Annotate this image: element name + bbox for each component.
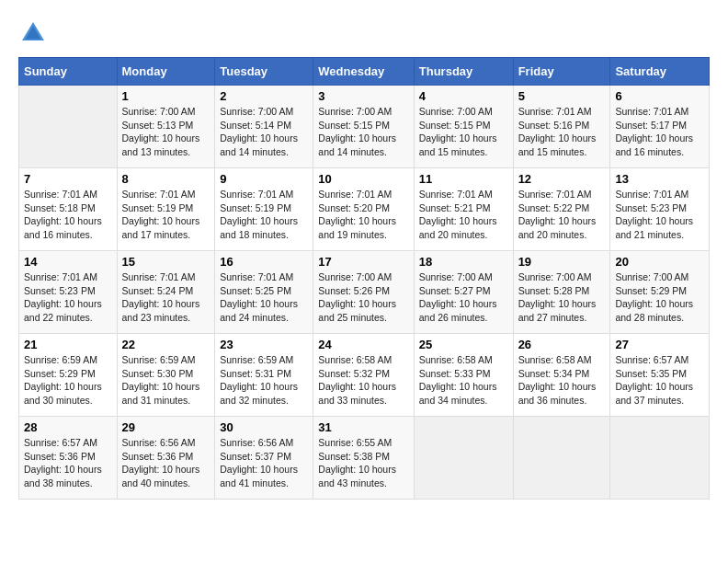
day-info: Sunrise: 7:01 AMSunset: 5:23 PMDaylight:… (24, 271, 102, 323)
day-info: Sunrise: 6:59 AMSunset: 5:30 PMDaylight:… (122, 354, 200, 406)
day-number: 5 (518, 89, 606, 103)
week-row-1: 1Sunrise: 7:00 AMSunset: 5:13 PMDaylight… (19, 86, 710, 168)
day-info: Sunrise: 6:58 AMSunset: 5:33 PMDaylight:… (419, 354, 497, 406)
day-number: 8 (122, 172, 210, 186)
calendar-cell: 16Sunrise: 7:01 AMSunset: 5:25 PMDayligh… (215, 251, 313, 334)
calendar-cell: 19Sunrise: 7:00 AMSunset: 5:28 PMDayligh… (513, 251, 610, 334)
day-info: Sunrise: 6:57 AMSunset: 5:36 PMDaylight:… (24, 437, 102, 488)
header-thursday: Thursday (414, 58, 513, 86)
calendar-cell: 14Sunrise: 7:01 AMSunset: 5:23 PMDayligh… (19, 251, 118, 334)
calendar-cell: 11Sunrise: 7:01 AMSunset: 5:21 PMDayligh… (414, 168, 513, 251)
day-number: 7 (24, 172, 112, 186)
calendar-cell: 27Sunrise: 6:57 AMSunset: 5:35 PMDayligh… (610, 334, 710, 417)
calendar-cell: 6Sunrise: 7:01 AMSunset: 5:17 PMDaylight… (610, 86, 710, 168)
day-info: Sunrise: 6:58 AMSunset: 5:34 PMDaylight:… (518, 354, 597, 406)
calendar-cell: 24Sunrise: 6:58 AMSunset: 5:32 PMDayligh… (313, 334, 414, 417)
day-info: Sunrise: 7:00 AMSunset: 5:28 PMDaylight:… (518, 271, 597, 323)
week-row-4: 21Sunrise: 6:59 AMSunset: 5:29 PMDayligh… (19, 334, 710, 417)
header-tuesday: Tuesday (215, 58, 313, 86)
day-info: Sunrise: 6:58 AMSunset: 5:32 PMDaylight:… (318, 354, 396, 406)
day-number: 16 (220, 255, 308, 269)
day-number: 31 (318, 420, 408, 434)
calendar-cell: 30Sunrise: 6:56 AMSunset: 5:37 PMDayligh… (215, 417, 313, 500)
calendar-cell: 3Sunrise: 7:00 AMSunset: 5:15 PMDaylight… (313, 86, 414, 168)
calendar-cell: 21Sunrise: 6:59 AMSunset: 5:29 PMDayligh… (19, 334, 118, 417)
calendar-cell: 7Sunrise: 7:01 AMSunset: 5:18 PMDaylight… (19, 168, 118, 251)
day-info: Sunrise: 7:01 AMSunset: 5:17 PMDaylight:… (615, 106, 693, 157)
day-info: Sunrise: 7:01 AMSunset: 5:20 PMDaylight:… (318, 189, 396, 240)
day-info: Sunrise: 6:55 AMSunset: 5:38 PMDaylight:… (318, 437, 396, 488)
calendar-table: SundayMondayTuesdayWednesdayThursdayFrid… (18, 57, 710, 500)
calendar-cell: 31Sunrise: 6:55 AMSunset: 5:38 PMDayligh… (313, 417, 414, 500)
calendar-cell: 9Sunrise: 7:01 AMSunset: 5:19 PMDaylight… (215, 168, 313, 251)
week-row-5: 28Sunrise: 6:57 AMSunset: 5:36 PMDayligh… (19, 417, 710, 500)
calendar-cell: 28Sunrise: 6:57 AMSunset: 5:36 PMDayligh… (19, 417, 118, 500)
day-number: 28 (24, 420, 112, 434)
calendar-cell (414, 417, 513, 500)
calendar-cell: 18Sunrise: 7:00 AMSunset: 5:27 PMDayligh… (414, 251, 513, 334)
day-info: Sunrise: 7:01 AMSunset: 5:25 PMDaylight:… (220, 271, 298, 323)
calendar-cell: 15Sunrise: 7:01 AMSunset: 5:24 PMDayligh… (117, 251, 215, 334)
day-number: 17 (318, 255, 408, 269)
calendar-cell (513, 417, 610, 500)
day-info: Sunrise: 7:01 AMSunset: 5:16 PMDaylight:… (518, 106, 597, 157)
day-info: Sunrise: 7:01 AMSunset: 5:21 PMDaylight:… (419, 189, 497, 240)
calendar-cell: 20Sunrise: 7:00 AMSunset: 5:29 PMDayligh… (610, 251, 710, 334)
day-number: 25 (419, 338, 508, 351)
calendar-cell (19, 86, 118, 168)
calendar-cell: 13Sunrise: 7:01 AMSunset: 5:23 PMDayligh… (610, 168, 710, 251)
day-number: 20 (615, 255, 704, 269)
day-number: 3 (318, 89, 408, 103)
week-row-3: 14Sunrise: 7:01 AMSunset: 5:23 PMDayligh… (19, 251, 710, 334)
header-friday: Friday (513, 58, 610, 86)
day-number: 23 (220, 338, 308, 351)
day-number: 6 (615, 89, 704, 103)
calendar-cell: 5Sunrise: 7:01 AMSunset: 5:16 PMDaylight… (513, 86, 610, 168)
day-number: 10 (318, 172, 408, 186)
calendar-cell: 23Sunrise: 6:59 AMSunset: 5:31 PMDayligh… (215, 334, 313, 417)
calendar-cell: 2Sunrise: 7:00 AMSunset: 5:14 PMDaylight… (215, 86, 313, 168)
day-number: 24 (318, 338, 408, 351)
calendar-cell: 10Sunrise: 7:01 AMSunset: 5:20 PMDayligh… (313, 168, 414, 251)
day-number: 12 (518, 172, 606, 186)
day-info: Sunrise: 7:01 AMSunset: 5:18 PMDaylight:… (24, 189, 102, 240)
day-info: Sunrise: 7:00 AMSunset: 5:27 PMDaylight:… (419, 271, 497, 323)
calendar-cell: 29Sunrise: 6:56 AMSunset: 5:36 PMDayligh… (117, 417, 215, 500)
day-info: Sunrise: 6:56 AMSunset: 5:36 PMDaylight:… (122, 437, 200, 488)
calendar-header-row: SundayMondayTuesdayWednesdayThursdayFrid… (19, 58, 710, 86)
calendar-cell: 12Sunrise: 7:01 AMSunset: 5:22 PMDayligh… (513, 168, 610, 251)
day-number: 30 (220, 420, 308, 434)
header-monday: Monday (117, 58, 215, 86)
day-number: 29 (122, 420, 210, 434)
page-header (18, 18, 710, 48)
week-row-2: 7Sunrise: 7:01 AMSunset: 5:18 PMDaylight… (19, 168, 710, 251)
day-number: 26 (518, 338, 606, 351)
calendar-cell: 22Sunrise: 6:59 AMSunset: 5:30 PMDayligh… (117, 334, 215, 417)
calendar-cell (610, 417, 710, 500)
header-saturday: Saturday (610, 58, 710, 86)
day-info: Sunrise: 7:00 AMSunset: 5:15 PMDaylight:… (419, 106, 497, 157)
calendar-cell: 17Sunrise: 7:00 AMSunset: 5:26 PMDayligh… (313, 251, 414, 334)
day-number: 27 (615, 338, 704, 351)
day-info: Sunrise: 7:00 AMSunset: 5:26 PMDaylight:… (318, 271, 396, 323)
day-info: Sunrise: 6:59 AMSunset: 5:29 PMDaylight:… (24, 354, 102, 406)
calendar-cell: 4Sunrise: 7:00 AMSunset: 5:15 PMDaylight… (414, 86, 513, 168)
calendar-cell: 1Sunrise: 7:00 AMSunset: 5:13 PMDaylight… (117, 86, 215, 168)
day-number: 4 (419, 89, 508, 103)
header-sunday: Sunday (19, 58, 118, 86)
day-info: Sunrise: 6:59 AMSunset: 5:31 PMDaylight:… (220, 354, 298, 406)
day-number: 21 (24, 338, 112, 351)
day-info: Sunrise: 6:57 AMSunset: 5:35 PMDaylight:… (615, 354, 693, 406)
day-info: Sunrise: 7:01 AMSunset: 5:19 PMDaylight:… (122, 189, 200, 240)
day-number: 11 (419, 172, 508, 186)
day-number: 1 (122, 89, 210, 103)
calendar-cell: 26Sunrise: 6:58 AMSunset: 5:34 PMDayligh… (513, 334, 610, 417)
day-number: 9 (220, 172, 308, 186)
day-info: Sunrise: 7:01 AMSunset: 5:19 PMDaylight:… (220, 189, 298, 240)
day-number: 22 (122, 338, 210, 351)
day-info: Sunrise: 7:01 AMSunset: 5:23 PMDaylight:… (615, 189, 693, 240)
day-number: 18 (419, 255, 508, 269)
day-number: 2 (220, 89, 308, 103)
logo (18, 18, 51, 48)
day-info: Sunrise: 7:00 AMSunset: 5:29 PMDaylight:… (615, 271, 693, 323)
